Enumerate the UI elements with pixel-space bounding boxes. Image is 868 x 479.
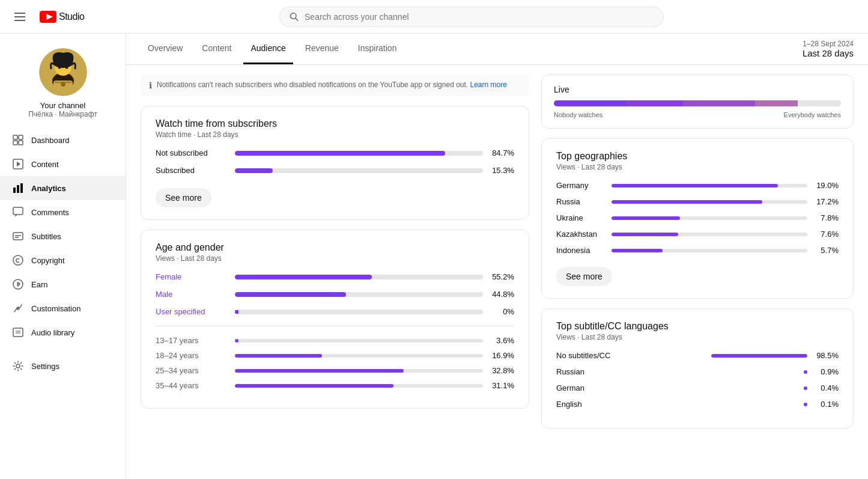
- header-left: Studio: [10, 8, 84, 26]
- logo[interactable]: Studio: [40, 11, 84, 23]
- hamburger-menu[interactable]: [10, 8, 30, 26]
- svg-rect-19: [13, 188, 16, 193]
- notification-text: Notifications can't reach subscribers wh…: [157, 81, 507, 89]
- bar-track-not-subscribed: [235, 151, 483, 156]
- geo-fill-germany: [612, 184, 778, 188]
- live-bar-track: [554, 100, 841, 106]
- learn-more-link[interactable]: Learn more: [470, 81, 507, 89]
- lang-value-english: 0.1%: [815, 400, 839, 409]
- content-body: ℹ Notifications can't reach subscribers …: [126, 65, 868, 448]
- sidebar-label-copyright: Copyright: [31, 256, 65, 265]
- lang-label-german: German: [556, 383, 797, 392]
- tab-inspiration[interactable]: Inspiration: [351, 34, 404, 64]
- sidebar-item-content[interactable]: Content: [0, 152, 126, 176]
- bar-value-female: 55.2%: [490, 272, 514, 281]
- bar-label-user-specified: User specified: [156, 307, 228, 316]
- svg-rect-15: [13, 141, 17, 145]
- logo-text: Studio: [59, 11, 84, 22]
- age-track-35-44: [235, 384, 483, 388]
- dashboard-icon: [12, 134, 24, 146]
- svg-rect-20: [17, 185, 19, 193]
- geo-fill-ukraine: [612, 216, 680, 220]
- sidebar-label-subtitles: Subtitles: [31, 232, 61, 241]
- geo-label-russia: Russia: [556, 197, 604, 206]
- geo-track-ukraine: [612, 216, 807, 220]
- top-subtitle-subtitle: Views · Last 28 days: [556, 333, 839, 341]
- geo-track-kazakhstan: [612, 233, 807, 236]
- geo-value-ukraine: 7.8%: [815, 213, 839, 222]
- tab-overview[interactable]: Overview: [141, 34, 190, 64]
- svg-rect-30: [13, 328, 23, 337]
- channel-subtitle: Пчёлка · Майнкрафт: [28, 110, 97, 118]
- age-label-13-17: 13–17 years: [156, 336, 228, 345]
- geo-track-indonesia: [612, 249, 807, 252]
- sidebar-item-settings[interactable]: Settings: [0, 354, 126, 378]
- live-title: Live: [554, 85, 841, 94]
- channel-name: Your channel: [40, 101, 85, 110]
- search-bar[interactable]: [279, 7, 664, 27]
- age-label-25-34: 25–34 years: [156, 366, 228, 375]
- sidebar-item-customisation[interactable]: Customisation: [0, 296, 126, 320]
- bar-label-male: Male: [156, 290, 228, 299]
- svg-rect-16: [19, 141, 23, 145]
- geo-label-germany: Germany: [556, 181, 604, 190]
- sidebar-item-earn[interactable]: Earn: [0, 272, 126, 296]
- lang-value-russian: 0.9%: [815, 367, 839, 376]
- sidebar-item-subtitles[interactable]: Subtitles: [0, 224, 126, 248]
- svg-point-33: [16, 364, 20, 368]
- content-icon: [12, 158, 24, 170]
- subtitles-icon: [12, 230, 24, 242]
- live-seg-2: [626, 100, 684, 106]
- search-input[interactable]: [305, 12, 654, 22]
- watch-time-card: Watch time from subscribers Watch time ·…: [141, 106, 529, 220]
- age-label-35-44: 35–44 years: [156, 381, 228, 390]
- geo-value-russia: 17.2%: [815, 197, 839, 206]
- geo-fill-kazakhstan: [612, 233, 678, 236]
- geo-fill-indonesia: [612, 249, 663, 252]
- audio-library-icon: [12, 326, 24, 338]
- settings-icon: [12, 360, 24, 372]
- comments-icon: [12, 206, 24, 218]
- bar-track-female: [235, 275, 483, 279]
- lang-row-no-subtitles: No subtitles/CC 98.5%: [556, 351, 839, 360]
- bar-value-male: 44.8%: [490, 290, 514, 299]
- notification-info: ℹ Notifications can't reach subscribers …: [141, 75, 529, 96]
- date-range-value: Last 28 days: [803, 48, 854, 58]
- geo-row-indonesia: Indonesia 5.7%: [556, 246, 839, 255]
- tab-revenue[interactable]: Revenue: [298, 34, 346, 64]
- lang-value-german: 0.4%: [815, 383, 839, 392]
- bar-fill-female: [235, 275, 372, 279]
- geo-row-ukraine: Ukraine 7.8%: [556, 213, 839, 222]
- bar-track-user-specified: [235, 310, 483, 314]
- geo-label-kazakhstan: Kazakhstan: [556, 230, 604, 239]
- age-row-18-24: 18–24 years 16.9%: [156, 351, 514, 360]
- tab-audience[interactable]: Audience: [243, 34, 293, 64]
- lang-label-english: English: [556, 400, 797, 409]
- lang-fill-no-subtitles: [711, 354, 807, 358]
- sidebar-item-dashboard[interactable]: Dashboard: [0, 128, 126, 152]
- live-card: Live Nobody watches Everybody watches: [541, 75, 854, 129]
- bar-row-female: Female 55.2%: [156, 272, 514, 281]
- sidebar-item-comments[interactable]: Comments: [0, 200, 126, 224]
- search-icon: [290, 12, 299, 22]
- see-more-watch-time-button[interactable]: See more: [156, 188, 211, 207]
- sidebar-item-copyright[interactable]: Copyright: [0, 248, 126, 272]
- age-value-18-24: 16.9%: [490, 351, 514, 360]
- bar-fill-subscribed: [235, 168, 273, 173]
- info-icon: ℹ: [149, 81, 152, 90]
- bar-value-user-specified: 0%: [490, 307, 514, 316]
- sidebar-item-analytics[interactable]: Analytics: [0, 176, 126, 200]
- right-column: Live Nobody watches Everybody watches To…: [541, 75, 854, 438]
- sidebar-label-earn: Earn: [31, 280, 47, 289]
- geo-value-indonesia: 5.7%: [815, 246, 839, 255]
- earn-icon: [12, 278, 24, 290]
- age-fill-35-44: [235, 384, 393, 388]
- live-seg-3: [683, 100, 755, 106]
- svg-point-10: [65, 66, 68, 69]
- tab-content[interactable]: Content: [195, 34, 238, 64]
- age-track-25-34: [235, 369, 483, 373]
- see-more-geo-button[interactable]: See more: [556, 267, 612, 286]
- bar-label-female: Female: [156, 272, 228, 281]
- sidebar-item-audio-library[interactable]: Audio library: [0, 320, 126, 344]
- lang-dot-german: [804, 386, 807, 390]
